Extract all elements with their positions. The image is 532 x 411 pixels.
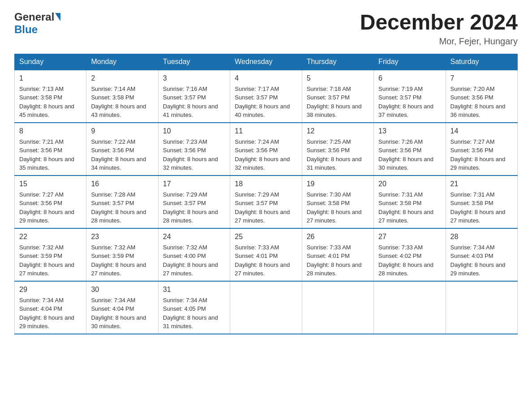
sunrise-text: Sunrise: 7:34 AM <box>163 297 207 304</box>
day-number: 25 <box>235 231 297 242</box>
sunset-text: Sunset: 4:05 PM <box>163 305 206 312</box>
calendar-header-row: SundayMondayTuesdayWednesdayThursdayFrid… <box>15 54 518 70</box>
daylight-text: Daylight: 8 hours and 29 minutes. <box>19 314 74 330</box>
daylight-text: Daylight: 8 hours and 36 minutes. <box>450 103 506 119</box>
calendar-cell: 2Sunrise: 7:14 AMSunset: 3:58 PMDaylight… <box>86 70 158 123</box>
sunrise-text: Sunrise: 7:16 AM <box>163 86 207 92</box>
sunset-text: Sunset: 3:56 PM <box>163 147 206 154</box>
day-number: 27 <box>378 231 441 242</box>
weekday-header-thursday: Thursday <box>302 54 373 70</box>
daylight-text: Daylight: 8 hours and 31 minutes. <box>163 314 218 330</box>
calendar-cell: 9Sunrise: 7:22 AMSunset: 3:56 PMDaylight… <box>86 123 158 176</box>
sunrise-text: Sunrise: 7:31 AM <box>378 191 423 198</box>
calendar-cell: 7Sunrise: 7:20 AMSunset: 3:56 PMDaylight… <box>446 70 517 123</box>
weekday-header-tuesday: Tuesday <box>158 54 230 70</box>
sunrise-text: Sunrise: 7:20 AM <box>450 86 495 92</box>
day-number: 7 <box>450 73 513 84</box>
sunset-text: Sunset: 3:57 PM <box>235 94 278 101</box>
calendar-cell: 23Sunrise: 7:32 AMSunset: 3:59 PMDayligh… <box>86 228 158 281</box>
weekday-header-sunday: Sunday <box>15 54 86 70</box>
sunrise-text: Sunrise: 7:29 AM <box>235 191 279 198</box>
calendar-cell: 5Sunrise: 7:18 AMSunset: 3:57 PMDaylight… <box>302 70 373 123</box>
calendar-cell: 31Sunrise: 7:34 AMSunset: 4:05 PMDayligh… <box>158 281 230 334</box>
day-number: 17 <box>163 179 225 189</box>
calendar-cell: 3Sunrise: 7:16 AMSunset: 3:57 PMDaylight… <box>158 70 230 123</box>
sunset-text: Sunset: 3:56 PM <box>19 200 62 206</box>
sunrise-text: Sunrise: 7:25 AM <box>307 138 351 145</box>
calendar-week-2: 8Sunrise: 7:21 AMSunset: 3:56 PMDaylight… <box>15 123 518 176</box>
logo: General Blue <box>14 11 60 36</box>
daylight-text: Daylight: 8 hours and 27 minutes. <box>378 209 433 224</box>
page-header: General Blue December 2024 Mor, Fejer, H… <box>14 11 518 47</box>
daylight-text: Daylight: 8 hours and 32 minutes. <box>163 156 218 171</box>
sunrise-text: Sunrise: 7:17 AM <box>235 86 279 92</box>
sunset-text: Sunset: 3:56 PM <box>19 147 62 154</box>
day-number: 11 <box>235 126 297 137</box>
daylight-text: Daylight: 8 hours and 45 minutes. <box>19 103 74 119</box>
sunrise-text: Sunrise: 7:27 AM <box>19 191 64 198</box>
calendar-cell <box>374 281 446 334</box>
calendar-cell: 12Sunrise: 7:25 AMSunset: 3:56 PMDayligh… <box>302 123 373 176</box>
calendar-cell: 17Sunrise: 7:29 AMSunset: 3:57 PMDayligh… <box>158 176 230 228</box>
calendar-cell: 16Sunrise: 7:28 AMSunset: 3:57 PMDayligh… <box>86 176 158 228</box>
daylight-text: Daylight: 8 hours and 29 minutes. <box>19 209 74 224</box>
sunset-text: Sunset: 3:56 PM <box>235 147 278 154</box>
calendar-cell: 22Sunrise: 7:32 AMSunset: 3:59 PMDayligh… <box>15 228 86 281</box>
day-number: 12 <box>307 126 369 137</box>
day-number: 10 <box>163 126 225 137</box>
calendar-cell <box>446 281 517 334</box>
sunrise-text: Sunrise: 7:26 AM <box>378 138 423 145</box>
day-number: 1 <box>19 73 82 84</box>
sunset-text: Sunset: 3:56 PM <box>450 94 493 101</box>
calendar-cell <box>230 281 302 334</box>
calendar-cell: 30Sunrise: 7:34 AMSunset: 4:04 PMDayligh… <box>86 281 158 334</box>
sunset-text: Sunset: 4:04 PM <box>91 305 134 312</box>
location: Mor, Fejer, Hungary <box>360 36 518 47</box>
weekday-header-friday: Friday <box>374 54 446 70</box>
logo-general: General <box>14 11 54 23</box>
sunrise-text: Sunrise: 7:31 AM <box>450 191 495 198</box>
title-area: December 2024 Mor, Fejer, Hungary <box>360 11 518 47</box>
calendar-cell: 28Sunrise: 7:34 AMSunset: 4:03 PMDayligh… <box>446 228 517 281</box>
sunrise-text: Sunrise: 7:18 AM <box>307 86 351 92</box>
daylight-text: Daylight: 8 hours and 32 minutes. <box>235 156 290 171</box>
sunrise-text: Sunrise: 7:29 AM <box>163 191 207 198</box>
sunset-text: Sunset: 3:59 PM <box>91 253 134 259</box>
daylight-text: Daylight: 8 hours and 30 minutes. <box>378 156 433 171</box>
sunset-text: Sunset: 3:58 PM <box>91 94 134 101</box>
daylight-text: Daylight: 8 hours and 37 minutes. <box>378 103 433 119</box>
daylight-text: Daylight: 8 hours and 27 minutes. <box>19 261 74 277</box>
sunrise-text: Sunrise: 7:32 AM <box>19 244 64 251</box>
daylight-text: Daylight: 8 hours and 28 minutes. <box>163 209 218 224</box>
daylight-text: Daylight: 8 hours and 30 minutes. <box>91 314 146 330</box>
sunrise-text: Sunrise: 7:21 AM <box>19 138 64 145</box>
sunset-text: Sunset: 3:59 PM <box>19 253 62 259</box>
calendar-week-1: 1Sunrise: 7:13 AMSunset: 3:58 PMDaylight… <box>15 70 518 123</box>
calendar-cell: 20Sunrise: 7:31 AMSunset: 3:58 PMDayligh… <box>374 176 446 228</box>
weekday-header-saturday: Saturday <box>446 54 517 70</box>
sunrise-text: Sunrise: 7:19 AM <box>378 86 423 92</box>
sunrise-text: Sunrise: 7:32 AM <box>163 244 207 251</box>
calendar-cell: 11Sunrise: 7:24 AMSunset: 3:56 PMDayligh… <box>230 123 302 176</box>
calendar-cell <box>302 281 373 334</box>
sunset-text: Sunset: 4:02 PM <box>378 253 421 259</box>
day-number: 15 <box>19 179 82 189</box>
daylight-text: Daylight: 8 hours and 29 minutes. <box>450 156 506 171</box>
sunset-text: Sunset: 3:57 PM <box>378 94 421 101</box>
daylight-text: Daylight: 8 hours and 38 minutes. <box>307 103 362 119</box>
calendar-cell: 26Sunrise: 7:33 AMSunset: 4:01 PMDayligh… <box>302 228 373 281</box>
calendar-cell: 24Sunrise: 7:32 AMSunset: 4:00 PMDayligh… <box>158 228 230 281</box>
calendar-cell: 15Sunrise: 7:27 AMSunset: 3:56 PMDayligh… <box>15 176 86 228</box>
month-title: December 2024 <box>360 11 518 34</box>
daylight-text: Daylight: 8 hours and 27 minutes. <box>235 209 290 224</box>
sunrise-text: Sunrise: 7:33 AM <box>307 244 351 251</box>
weekday-header-monday: Monday <box>86 54 158 70</box>
sunrise-text: Sunrise: 7:33 AM <box>235 244 279 251</box>
sunrise-text: Sunrise: 7:23 AM <box>163 138 207 145</box>
daylight-text: Daylight: 8 hours and 34 minutes. <box>91 156 146 171</box>
sunrise-text: Sunrise: 7:24 AM <box>235 138 279 145</box>
sunset-text: Sunset: 3:56 PM <box>378 147 421 154</box>
sunset-text: Sunset: 4:04 PM <box>19 305 62 312</box>
weekday-header-wednesday: Wednesday <box>230 54 302 70</box>
sunrise-text: Sunrise: 7:28 AM <box>91 191 135 198</box>
